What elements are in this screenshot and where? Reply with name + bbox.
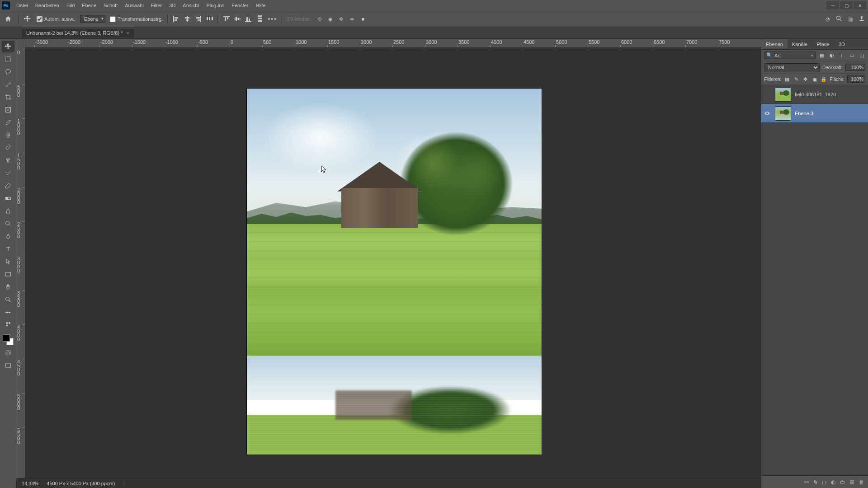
layer-filter-dropdown[interactable]: 🔍 ▾ (764, 52, 816, 59)
lock-artboard-icon[interactable]: ▣ (811, 75, 818, 83)
foreground-color-swatch[interactable] (3, 334, 10, 342)
adjustment-layer-icon[interactable]: ◐ (831, 479, 835, 485)
edit-toolbar-icon[interactable] (2, 319, 14, 331)
filter-pixel-icon[interactable]: ▦ (818, 52, 826, 59)
path-selection-tool[interactable] (2, 256, 14, 267)
ruler-vertical[interactable]: 0500100015002000250030003500400045005000… (16, 48, 25, 478)
menu-window[interactable]: Fenster (228, 0, 252, 11)
filter-type-icon[interactable]: T (838, 52, 845, 59)
new-layer-icon[interactable]: ⊞ (850, 479, 854, 485)
fill-value[interactable]: 100% (847, 75, 865, 83)
menu-filter[interactable]: Filter (147, 0, 165, 11)
layer-effects-icon[interactable]: fx (813, 479, 817, 485)
align-hcenter-icon[interactable] (183, 15, 191, 23)
cloud-docs-icon[interactable]: ◔ (826, 16, 830, 22)
distribute-v-icon[interactable] (257, 15, 263, 23)
tab-3d[interactable]: 3D (834, 39, 849, 49)
filter-smartobject-icon[interactable]: ◫ (858, 52, 865, 59)
menu-help[interactable]: Hilfe (252, 0, 269, 11)
brush-tool[interactable] (2, 142, 14, 154)
lasso-tool[interactable] (2, 66, 14, 78)
link-layers-icon[interactable]: ⚯ (804, 479, 809, 485)
layer-name[interactable]: Ebene 3 (795, 111, 813, 116)
eraser-tool[interactable] (2, 180, 14, 192)
layer-filter-input[interactable] (774, 53, 809, 58)
ruler-horizontal[interactable]: -3000-2500-2000-1500-1000-50005001000150… (16, 39, 761, 48)
menu-file[interactable]: Datei (13, 0, 32, 11)
opacity-value[interactable]: 100% (845, 64, 865, 71)
blend-mode-dropdown[interactable]: Normal (764, 63, 820, 71)
delete-layer-icon[interactable]: 🗑 (859, 479, 864, 485)
menu-type[interactable]: Schrift (100, 0, 121, 11)
tab-paths[interactable]: Pfade (812, 39, 834, 49)
dodge-tool[interactable] (2, 218, 14, 230)
canvas-document[interactable] (247, 89, 542, 455)
type-tool[interactable] (2, 243, 14, 255)
menu-view[interactable]: Ansicht (179, 0, 203, 11)
layer-row[interactable]: Ebene 3 (761, 104, 868, 123)
lock-transparency-icon[interactable]: ▦ (784, 75, 790, 83)
blur-tool[interactable] (2, 205, 14, 217)
search-icon[interactable] (835, 15, 843, 23)
eyedropper-tool[interactable] (2, 117, 14, 128)
distribute-h-icon[interactable] (207, 15, 213, 23)
layer-group-icon[interactable]: 🗀 (840, 479, 845, 485)
screen-mode-icon[interactable] (2, 360, 14, 371)
workspace-icon[interactable]: ▥ (848, 16, 853, 22)
menu-3d[interactable]: 3D (165, 0, 179, 11)
layer-mask-icon[interactable]: ◻ (822, 479, 826, 485)
clone-stamp-tool[interactable] (2, 155, 14, 166)
window-close-icon[interactable]: ✕ (854, 1, 866, 9)
tab-channels[interactable]: Kanäle (788, 39, 812, 49)
window-minimize-icon[interactable]: ─ (826, 1, 839, 9)
transform-controls-checkbox[interactable]: Transformationsstrg. (110, 16, 163, 22)
layer-name[interactable]: field-406181_1920 (795, 92, 836, 97)
history-brush-tool[interactable] (2, 167, 14, 179)
align-vcenter-icon[interactable] (233, 15, 241, 23)
layer-thumbnail[interactable] (775, 87, 791, 102)
menu-edit[interactable]: Bearbeiten (32, 0, 63, 11)
rectangle-tool[interactable] (2, 268, 14, 280)
healing-brush-tool[interactable] (2, 129, 14, 141)
layer-row[interactable]: field-406181_1920 (761, 85, 868, 104)
marquee-tool[interactable] (2, 53, 14, 65)
lock-pixels-icon[interactable]: ✎ (793, 75, 800, 83)
filter-shape-icon[interactable]: ▭ (848, 52, 855, 59)
crop-tool[interactable] (2, 91, 14, 103)
document-dimensions[interactable]: 4500 Px x 5400 Px (300 ppcm) (47, 481, 115, 486)
magic-wand-tool[interactable] (2, 79, 14, 90)
hand-tool[interactable] (2, 281, 14, 293)
align-right-icon[interactable] (194, 15, 202, 23)
auto-select-target-dropdown[interactable]: Ebene (80, 15, 105, 23)
align-bottom-icon[interactable] (244, 15, 252, 23)
auto-select-checkbox[interactable]: Autom. ausw.: (37, 16, 75, 22)
menu-layer[interactable]: Ebene (78, 0, 100, 11)
menu-select[interactable]: Auswahl (121, 0, 147, 11)
layer-thumbnail[interactable] (775, 106, 791, 121)
more-tools-icon[interactable]: ••• (2, 306, 14, 318)
document-tab[interactable]: Unbenannt-2 bei 14,3% (Ebene 3, RGB/8) *… (22, 28, 134, 38)
move-tool[interactable] (2, 41, 14, 52)
share-icon[interactable] (858, 15, 865, 23)
quick-mask-icon[interactable] (2, 347, 14, 359)
tab-layers[interactable]: Ebenen (761, 39, 788, 49)
ruler-origin[interactable] (16, 39, 25, 48)
status-menu-icon[interactable]: 〉 (123, 480, 128, 487)
zoom-level[interactable]: 14,34% (22, 481, 38, 486)
gradient-tool[interactable] (2, 192, 14, 204)
align-left-icon[interactable] (172, 15, 180, 23)
lock-all-icon[interactable]: 🔒 (821, 75, 827, 83)
lock-position-icon[interactable]: ✥ (802, 75, 809, 83)
zoom-tool[interactable] (2, 294, 14, 305)
color-swatches[interactable] (2, 333, 14, 346)
close-icon[interactable]: × (126, 30, 129, 36)
more-options-icon[interactable]: ••• (268, 15, 277, 23)
canvas-viewport[interactable] (25, 48, 761, 478)
menu-image[interactable]: Bild (63, 0, 78, 11)
frame-tool[interactable] (2, 104, 14, 116)
pen-tool[interactable] (2, 230, 14, 242)
filter-adjustment-icon[interactable]: ◐ (828, 52, 835, 59)
layer-visibility-toggle[interactable] (763, 110, 771, 117)
align-top-icon[interactable] (222, 15, 231, 23)
home-icon[interactable] (3, 14, 14, 24)
